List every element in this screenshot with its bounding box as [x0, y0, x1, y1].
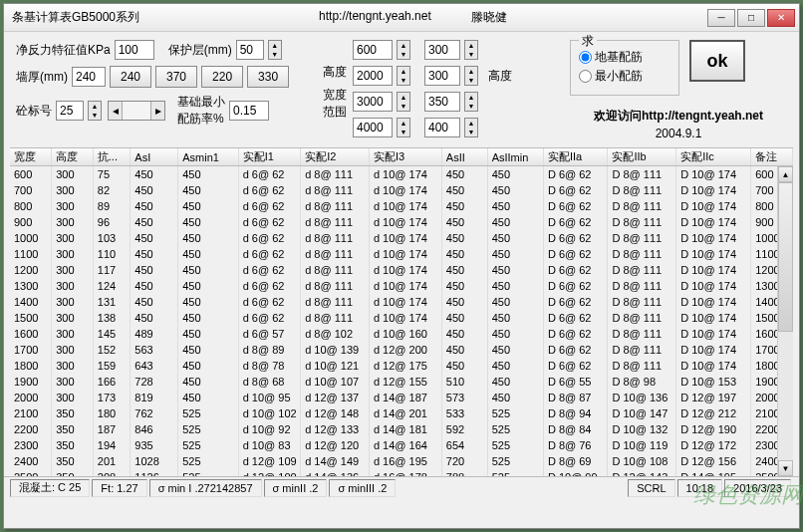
wall-220-button[interactable]: 220 [201, 66, 243, 88]
statusbar: 混凝土: C 25 Ft: 1.27 σ min I .272142857 σ … [4, 476, 799, 498]
table-row[interactable]: 24003502011028525d 12@ 109d 14@ 149d 16@… [10, 453, 793, 469]
wh3-spin[interactable]: ▲▼ [464, 118, 478, 137]
col-header[interactable]: 宽度 [10, 148, 52, 166]
table-cell: 450 [441, 294, 487, 310]
w1-spin[interactable]: ▲▼ [397, 66, 410, 86]
height-label: 高度 [323, 64, 347, 81]
table-row[interactable]: 1300300124450450d 6@ 62d 8@ 111d 10@ 174… [10, 278, 793, 294]
table-row[interactable]: 25003502081126525d 12@ 100d 14@ 136d 16@… [10, 469, 793, 477]
w3-input[interactable] [353, 118, 393, 137]
wall-330-button[interactable]: 330 [247, 66, 289, 88]
minimize-button[interactable]: ─ [707, 9, 735, 27]
net-pressure-input[interactable] [115, 40, 154, 60]
table-row[interactable]: 60030075450450d 6@ 62d 8@ 111d 10@ 17445… [10, 166, 793, 182]
table-row[interactable]: 1200300117450450d 6@ 62d 8@ 111d 10@ 174… [10, 262, 793, 278]
table-row[interactable]: 2200350187846525d 10@ 92d 12@ 133d 14@ 1… [10, 421, 793, 437]
scroll-up-button[interactable]: ▲ [778, 166, 793, 182]
col-header[interactable]: AsIImin [487, 148, 543, 166]
col-header[interactable]: AsII [441, 148, 487, 166]
w2-spin[interactable]: ▲▼ [397, 92, 410, 112]
table-cell: 525 [487, 437, 543, 453]
w3-spin[interactable]: ▲▼ [397, 118, 410, 137]
hh1-input[interactable] [424, 40, 460, 60]
table-cell: 573 [441, 390, 487, 405]
w2-input[interactable] [353, 92, 393, 112]
col-header[interactable]: 备注 [751, 148, 793, 166]
col-header[interactable]: 实配IIb [608, 148, 676, 166]
wall-370-button[interactable]: 370 [155, 66, 197, 88]
w1-input[interactable] [353, 66, 393, 86]
table-cell: 450 [441, 246, 487, 262]
table-cell: d 6@ 62 [238, 262, 301, 278]
scroll-track[interactable] [123, 102, 150, 120]
table-row[interactable]: 90030096450450d 6@ 62d 8@ 111d 10@ 17445… [10, 214, 793, 230]
table-cell: d 14@ 164 [369, 437, 441, 453]
wall-input[interactable] [72, 67, 106, 87]
col-header[interactable]: 实配I3 [369, 148, 441, 166]
col-header[interactable]: 实配IIa [543, 148, 608, 166]
h1-spin[interactable]: ▲▼ [397, 40, 410, 60]
table-row[interactable]: 1000300103450450d 6@ 62d 8@ 111d 10@ 174… [10, 230, 793, 246]
min-ratio-input[interactable] [229, 101, 269, 121]
scroll-left-button[interactable]: ◂ [109, 102, 123, 120]
col-header[interactable]: AsI [131, 148, 178, 166]
table-cell: 846 [131, 421, 178, 437]
table-row[interactable]: 80030089450450d 6@ 62d 8@ 111d 10@ 17445… [10, 198, 793, 214]
table-row[interactable]: 1100300110450450d 6@ 62d 8@ 111d 10@ 174… [10, 246, 793, 262]
radio-foundation[interactable] [579, 51, 592, 64]
cover-spinner[interactable]: ▲▼ [268, 40, 282, 60]
radio-minimum[interactable] [579, 70, 592, 83]
table-row[interactable]: 2000300173819450d 10@ 95d 12@ 137d 14@ 1… [10, 390, 793, 405]
table-cell: d 10@ 174 [369, 262, 441, 278]
table-cell: 762 [131, 405, 178, 421]
col-header[interactable]: 实配I2 [301, 148, 370, 166]
wall-240-button[interactable]: 240 [110, 66, 151, 88]
grade-input[interactable] [56, 101, 84, 121]
hh1-spin[interactable]: ▲▼ [464, 40, 478, 60]
col-header[interactable]: 高度 [52, 148, 94, 166]
table-cell: 525 [178, 421, 238, 437]
welcome-date: 2004.9.1 [570, 127, 787, 140]
wh1-input[interactable] [424, 66, 460, 86]
cover-input[interactable] [236, 40, 264, 60]
h1-input[interactable] [353, 40, 393, 60]
table-cell: 450 [178, 230, 238, 246]
table-cell: 450 [178, 278, 238, 294]
wh1-spin[interactable]: ▲▼ [464, 66, 478, 86]
table-row[interactable]: 1400300131450450d 6@ 62d 8@ 111d 10@ 174… [10, 294, 793, 310]
table-cell: 300 [52, 390, 94, 405]
table-row[interactable]: 1800300159643450d 8@ 78d 10@ 121d 12@ 17… [10, 358, 793, 374]
table-row[interactable]: 1600300145489450d 6@ 57d 8@ 102d 10@ 160… [10, 326, 793, 342]
ok-button[interactable]: ok [689, 40, 745, 82]
table-cell: D 8@ 111 [608, 230, 676, 246]
table-cell: 450 [487, 166, 543, 182]
table-row[interactable]: 2100350180762525d 10@ 102d 12@ 148d 14@ … [10, 405, 793, 421]
col-header[interactable]: 实配I1 [238, 148, 301, 166]
table-cell: 89 [93, 198, 131, 214]
scroll-down-button[interactable]: ▼ [778, 460, 793, 476]
table-cell: d 10@ 107 [301, 374, 370, 390]
table-cell: 450 [178, 342, 238, 358]
scroll-thumb[interactable] [778, 182, 793, 332]
col-header[interactable]: 抗... [93, 148, 131, 166]
close-button[interactable]: ✕ [767, 9, 795, 27]
col-header[interactable]: 实配IIc [676, 148, 751, 166]
table-cell: 654 [441, 437, 487, 453]
table-row[interactable]: 2300350194935525d 10@ 83d 12@ 120d 14@ 1… [10, 437, 793, 453]
table-row[interactable]: 1900300166728450d 8@ 68d 10@ 107d 12@ 15… [10, 374, 793, 390]
table-cell: 450 [487, 278, 543, 294]
table-cell: 643 [131, 358, 178, 374]
table-row[interactable]: 1700300152563450d 8@ 89d 10@ 139d 12@ 20… [10, 342, 793, 358]
grade-spinner[interactable]: ▲▼ [88, 101, 102, 121]
table-cell: 450 [441, 262, 487, 278]
wh2-spin[interactable]: ▲▼ [464, 92, 478, 112]
table-cell: 450 [441, 278, 487, 294]
vertical-scrollbar[interactable]: ▲ ▼ [777, 166, 793, 476]
table-row[interactable]: 1500300138450450d 6@ 62d 8@ 111d 10@ 174… [10, 310, 793, 326]
table-row[interactable]: 70030082450450d 6@ 62d 8@ 111d 10@ 17445… [10, 182, 793, 198]
maximize-button[interactable]: □ [737, 9, 765, 27]
scroll-right-button[interactable]: ▸ [150, 102, 164, 120]
wh3-input[interactable] [424, 118, 460, 137]
col-header[interactable]: Asmin1 [178, 148, 238, 166]
wh2-input[interactable] [424, 92, 460, 112]
